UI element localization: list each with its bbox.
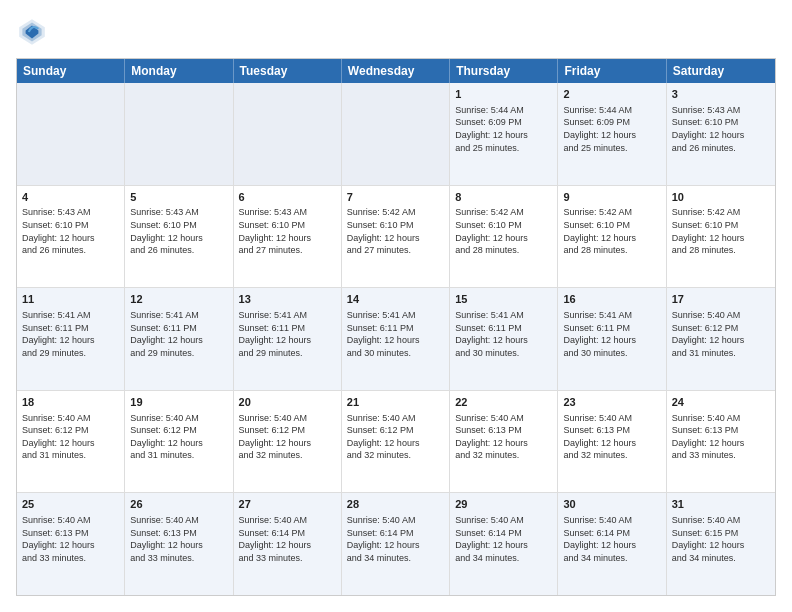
- day-number: 30: [563, 497, 660, 512]
- day-info: Sunrise: 5:40 AM Sunset: 6:14 PM Dayligh…: [455, 514, 552, 564]
- day-cell-9: 9Sunrise: 5:42 AM Sunset: 6:10 PM Daylig…: [558, 186, 666, 288]
- logo-icon: [16, 16, 48, 48]
- day-number: 12: [130, 292, 227, 307]
- day-number: 28: [347, 497, 444, 512]
- day-cell-23: 23Sunrise: 5:40 AM Sunset: 6:13 PM Dayli…: [558, 391, 666, 493]
- day-number: 8: [455, 190, 552, 205]
- calendar-header: SundayMondayTuesdayWednesdayThursdayFrid…: [17, 59, 775, 83]
- day-info: Sunrise: 5:44 AM Sunset: 6:09 PM Dayligh…: [563, 104, 660, 154]
- day-cell-12: 12Sunrise: 5:41 AM Sunset: 6:11 PM Dayli…: [125, 288, 233, 390]
- header-cell-tuesday: Tuesday: [234, 59, 342, 83]
- day-info: Sunrise: 5:40 AM Sunset: 6:13 PM Dayligh…: [563, 412, 660, 462]
- day-cell-8: 8Sunrise: 5:42 AM Sunset: 6:10 PM Daylig…: [450, 186, 558, 288]
- day-info: Sunrise: 5:43 AM Sunset: 6:10 PM Dayligh…: [130, 206, 227, 256]
- day-cell-19: 19Sunrise: 5:40 AM Sunset: 6:12 PM Dayli…: [125, 391, 233, 493]
- day-info: Sunrise: 5:41 AM Sunset: 6:11 PM Dayligh…: [455, 309, 552, 359]
- empty-cell: [234, 83, 342, 185]
- day-info: Sunrise: 5:40 AM Sunset: 6:15 PM Dayligh…: [672, 514, 770, 564]
- day-number: 16: [563, 292, 660, 307]
- day-info: Sunrise: 5:44 AM Sunset: 6:09 PM Dayligh…: [455, 104, 552, 154]
- day-number: 3: [672, 87, 770, 102]
- day-cell-25: 25Sunrise: 5:40 AM Sunset: 6:13 PM Dayli…: [17, 493, 125, 595]
- day-cell-26: 26Sunrise: 5:40 AM Sunset: 6:13 PM Dayli…: [125, 493, 233, 595]
- day-info: Sunrise: 5:40 AM Sunset: 6:12 PM Dayligh…: [22, 412, 119, 462]
- header-cell-saturday: Saturday: [667, 59, 775, 83]
- day-number: 10: [672, 190, 770, 205]
- page: SundayMondayTuesdayWednesdayThursdayFrid…: [0, 0, 792, 612]
- day-number: 1: [455, 87, 552, 102]
- day-cell-6: 6Sunrise: 5:43 AM Sunset: 6:10 PM Daylig…: [234, 186, 342, 288]
- day-number: 13: [239, 292, 336, 307]
- day-number: 2: [563, 87, 660, 102]
- day-cell-27: 27Sunrise: 5:40 AM Sunset: 6:14 PM Dayli…: [234, 493, 342, 595]
- day-number: 14: [347, 292, 444, 307]
- day-cell-29: 29Sunrise: 5:40 AM Sunset: 6:14 PM Dayli…: [450, 493, 558, 595]
- calendar-row-1: 4Sunrise: 5:43 AM Sunset: 6:10 PM Daylig…: [17, 186, 775, 289]
- day-info: Sunrise: 5:40 AM Sunset: 6:13 PM Dayligh…: [22, 514, 119, 564]
- day-cell-28: 28Sunrise: 5:40 AM Sunset: 6:14 PM Dayli…: [342, 493, 450, 595]
- day-number: 23: [563, 395, 660, 410]
- day-number: 24: [672, 395, 770, 410]
- day-cell-2: 2Sunrise: 5:44 AM Sunset: 6:09 PM Daylig…: [558, 83, 666, 185]
- calendar: SundayMondayTuesdayWednesdayThursdayFrid…: [16, 58, 776, 596]
- day-number: 6: [239, 190, 336, 205]
- empty-cell: [125, 83, 233, 185]
- empty-cell: [17, 83, 125, 185]
- day-cell-10: 10Sunrise: 5:42 AM Sunset: 6:10 PM Dayli…: [667, 186, 775, 288]
- calendar-row-0: 1Sunrise: 5:44 AM Sunset: 6:09 PM Daylig…: [17, 83, 775, 186]
- header-cell-thursday: Thursday: [450, 59, 558, 83]
- day-number: 17: [672, 292, 770, 307]
- day-number: 31: [672, 497, 770, 512]
- day-info: Sunrise: 5:42 AM Sunset: 6:10 PM Dayligh…: [455, 206, 552, 256]
- day-cell-18: 18Sunrise: 5:40 AM Sunset: 6:12 PM Dayli…: [17, 391, 125, 493]
- day-cell-5: 5Sunrise: 5:43 AM Sunset: 6:10 PM Daylig…: [125, 186, 233, 288]
- day-cell-11: 11Sunrise: 5:41 AM Sunset: 6:11 PM Dayli…: [17, 288, 125, 390]
- calendar-row-4: 25Sunrise: 5:40 AM Sunset: 6:13 PM Dayli…: [17, 493, 775, 595]
- day-cell-13: 13Sunrise: 5:41 AM Sunset: 6:11 PM Dayli…: [234, 288, 342, 390]
- day-cell-3: 3Sunrise: 5:43 AM Sunset: 6:10 PM Daylig…: [667, 83, 775, 185]
- header-cell-friday: Friday: [558, 59, 666, 83]
- day-number: 11: [22, 292, 119, 307]
- day-cell-7: 7Sunrise: 5:42 AM Sunset: 6:10 PM Daylig…: [342, 186, 450, 288]
- day-info: Sunrise: 5:41 AM Sunset: 6:11 PM Dayligh…: [130, 309, 227, 359]
- day-cell-31: 31Sunrise: 5:40 AM Sunset: 6:15 PM Dayli…: [667, 493, 775, 595]
- day-info: Sunrise: 5:42 AM Sunset: 6:10 PM Dayligh…: [563, 206, 660, 256]
- day-number: 18: [22, 395, 119, 410]
- day-info: Sunrise: 5:40 AM Sunset: 6:14 PM Dayligh…: [563, 514, 660, 564]
- empty-cell: [342, 83, 450, 185]
- day-cell-24: 24Sunrise: 5:40 AM Sunset: 6:13 PM Dayli…: [667, 391, 775, 493]
- day-info: Sunrise: 5:40 AM Sunset: 6:12 PM Dayligh…: [130, 412, 227, 462]
- day-info: Sunrise: 5:43 AM Sunset: 6:10 PM Dayligh…: [22, 206, 119, 256]
- day-cell-20: 20Sunrise: 5:40 AM Sunset: 6:12 PM Dayli…: [234, 391, 342, 493]
- day-info: Sunrise: 5:41 AM Sunset: 6:11 PM Dayligh…: [239, 309, 336, 359]
- day-info: Sunrise: 5:42 AM Sunset: 6:10 PM Dayligh…: [672, 206, 770, 256]
- day-info: Sunrise: 5:43 AM Sunset: 6:10 PM Dayligh…: [239, 206, 336, 256]
- day-number: 25: [22, 497, 119, 512]
- day-number: 20: [239, 395, 336, 410]
- day-cell-16: 16Sunrise: 5:41 AM Sunset: 6:11 PM Dayli…: [558, 288, 666, 390]
- header-cell-monday: Monday: [125, 59, 233, 83]
- day-number: 15: [455, 292, 552, 307]
- day-info: Sunrise: 5:40 AM Sunset: 6:13 PM Dayligh…: [672, 412, 770, 462]
- day-number: 22: [455, 395, 552, 410]
- day-number: 9: [563, 190, 660, 205]
- day-info: Sunrise: 5:40 AM Sunset: 6:13 PM Dayligh…: [455, 412, 552, 462]
- day-cell-1: 1Sunrise: 5:44 AM Sunset: 6:09 PM Daylig…: [450, 83, 558, 185]
- day-info: Sunrise: 5:41 AM Sunset: 6:11 PM Dayligh…: [22, 309, 119, 359]
- day-cell-15: 15Sunrise: 5:41 AM Sunset: 6:11 PM Dayli…: [450, 288, 558, 390]
- day-number: 21: [347, 395, 444, 410]
- day-cell-22: 22Sunrise: 5:40 AM Sunset: 6:13 PM Dayli…: [450, 391, 558, 493]
- logo: [16, 16, 52, 48]
- calendar-body: 1Sunrise: 5:44 AM Sunset: 6:09 PM Daylig…: [17, 83, 775, 595]
- calendar-row-3: 18Sunrise: 5:40 AM Sunset: 6:12 PM Dayli…: [17, 391, 775, 494]
- day-cell-14: 14Sunrise: 5:41 AM Sunset: 6:11 PM Dayli…: [342, 288, 450, 390]
- day-number: 5: [130, 190, 227, 205]
- day-info: Sunrise: 5:40 AM Sunset: 6:12 PM Dayligh…: [347, 412, 444, 462]
- day-info: Sunrise: 5:40 AM Sunset: 6:12 PM Dayligh…: [239, 412, 336, 462]
- day-info: Sunrise: 5:41 AM Sunset: 6:11 PM Dayligh…: [563, 309, 660, 359]
- day-number: 29: [455, 497, 552, 512]
- day-number: 4: [22, 190, 119, 205]
- day-number: 19: [130, 395, 227, 410]
- header-cell-wednesday: Wednesday: [342, 59, 450, 83]
- day-number: 7: [347, 190, 444, 205]
